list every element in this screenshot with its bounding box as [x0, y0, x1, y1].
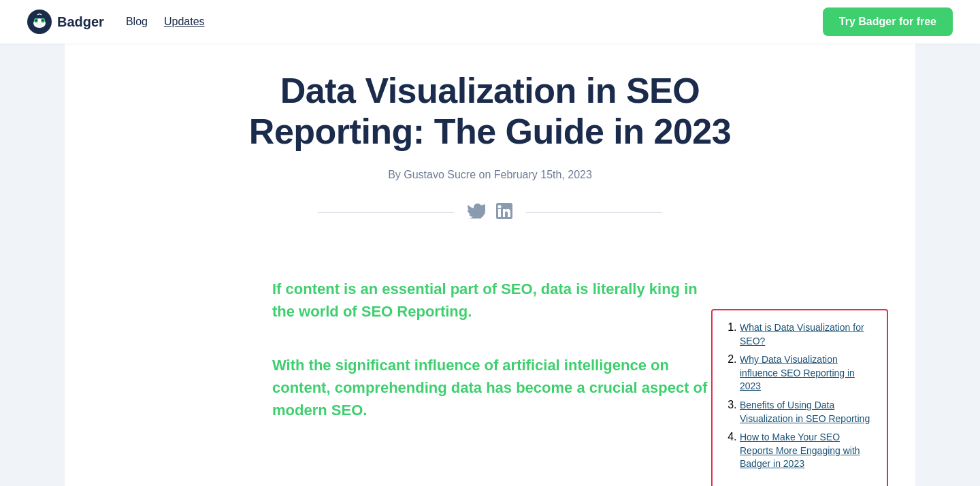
toc-item-1: What is Data Visualization for SEO?	[740, 321, 873, 348]
table-of-contents: What is Data Visualization for SEO? Why …	[711, 309, 888, 486]
badger-logo-icon	[27, 10, 52, 34]
linkedin-icon	[496, 203, 512, 219]
svg-rect-8	[498, 209, 501, 217]
toc-link-1[interactable]: What is Data Visualization for SEO?	[740, 322, 864, 346]
toc-item-2: Why Data Visualization influence SEO Rep…	[740, 353, 873, 393]
social-icons	[468, 203, 512, 223]
article-second-paragraph: With the significant influence of artifi…	[272, 354, 708, 421]
nav-updates[interactable]: Updates	[164, 16, 205, 28]
toc-item-4: How to Make Your SEO Reports More Engagi…	[740, 431, 873, 471]
toc-item-3: Benefits of Using Data Visualization in …	[740, 399, 873, 425]
article-header: Data Visualization in SEO Reporting: The…	[225, 44, 755, 278]
try-badger-button[interactable]: Try Badger for free	[823, 7, 953, 36]
svg-point-6	[37, 23, 42, 27]
logo-text: Badger	[57, 14, 104, 30]
svg-point-4	[35, 20, 37, 22]
logo-link[interactable]: Badger	[27, 10, 104, 34]
toc-list: What is Data Visualization for SEO? Why …	[726, 321, 873, 471]
nav-blog[interactable]: Blog	[126, 16, 148, 28]
main-nav: Blog Updates	[126, 16, 205, 28]
header-left: Badger Blog Updates	[27, 10, 205, 34]
toc-link-4[interactable]: How to Make Your SEO Reports More Engagi…	[740, 432, 860, 469]
page-wrapper: Data Visualization in SEO Reporting: The…	[0, 0, 980, 486]
linkedin-share-link[interactable]	[496, 203, 512, 223]
article-meta: By Gustavo Sucre on February 15th, 2023	[238, 169, 742, 181]
content-area: Data Visualization in SEO Reporting: The…	[65, 44, 915, 486]
toc-link-2[interactable]: Why Data Visualization influence SEO Rep…	[740, 354, 855, 391]
toc-link-3[interactable]: Benefits of Using Data Visualization in …	[740, 400, 870, 424]
article-title: Data Visualization in SEO Reporting: The…	[238, 71, 742, 152]
site-header: Badger Blog Updates Try Badger for free	[0, 0, 980, 44]
social-divider	[238, 203, 742, 223]
article-intro-paragraph: If content is an essential part of SEO, …	[272, 278, 708, 323]
twitter-share-link[interactable]	[468, 204, 485, 223]
svg-point-9	[498, 205, 502, 208]
svg-point-5	[42, 20, 44, 22]
twitter-icon	[468, 204, 485, 218]
article-body: If content is an essential part of SEO, …	[259, 278, 721, 421]
